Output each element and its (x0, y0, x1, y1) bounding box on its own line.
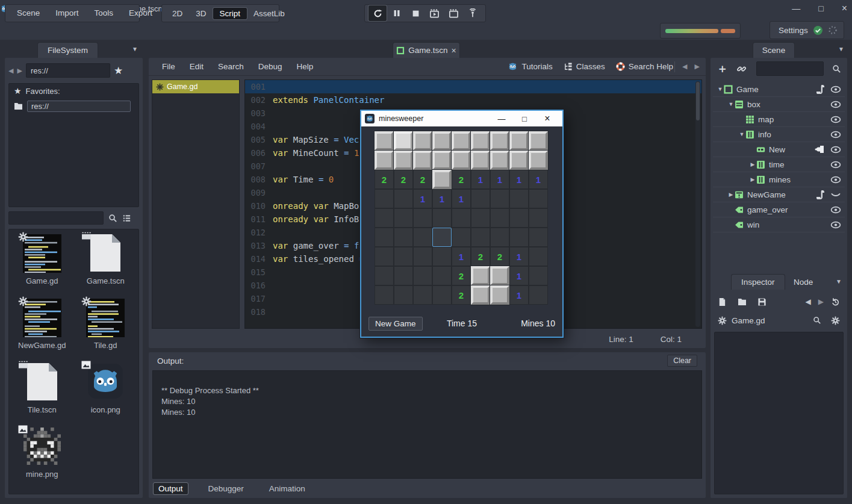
visibility-eye-icon[interactable] (830, 161, 841, 169)
context-tab-2d[interactable]: 2D (166, 8, 189, 19)
board-cell-r7c6[interactable] (490, 266, 509, 285)
inspector-menu-icon[interactable]: ▼ (836, 278, 842, 285)
board-cell-r0c5[interactable] (471, 131, 490, 151)
script-menu-file[interactable]: File (155, 62, 182, 71)
tab-node[interactable]: Node (784, 274, 822, 290)
context-tab-script[interactable]: Script (213, 8, 247, 19)
board-cell-r7c0[interactable] (375, 266, 394, 285)
save-resource-icon[interactable] (757, 297, 766, 306)
board-cell-r5c8[interactable] (529, 228, 548, 247)
scene-node-map[interactable]: map (713, 112, 845, 127)
replay-button[interactable] (368, 5, 387, 21)
script-menu-debug[interactable]: Debug (251, 62, 290, 71)
board-cell-r4c6[interactable] (490, 208, 509, 228)
stop-button[interactable] (406, 5, 424, 21)
menu-tools[interactable]: Tools (87, 5, 122, 22)
expand-down-icon[interactable]: ▼ (717, 86, 724, 92)
fs-forward-icon[interactable]: ▶ (17, 67, 22, 75)
board-cell-r1c5[interactable] (471, 151, 490, 170)
board-cell-r2c5[interactable]: 1 (471, 170, 490, 189)
expand-down-icon[interactable]: ▼ (727, 101, 735, 107)
file-game-tscn[interactable]: Game.tscn (74, 234, 138, 285)
board-cell-r1c2[interactable] (413, 151, 432, 170)
board-cell-r6c0[interactable] (375, 247, 394, 266)
board-cell-r1c7[interactable] (509, 151, 529, 170)
board-cell-r5c6[interactable] (490, 228, 509, 247)
tab-filesystem[interactable]: FileSystem (37, 42, 98, 58)
board-cell-r2c1[interactable]: 2 (394, 170, 413, 189)
instance-scene-icon[interactable] (736, 64, 747, 74)
board-cell-r8c8[interactable] (529, 285, 548, 305)
scene-node-game[interactable]: ▼Game (713, 82, 845, 97)
remote-deploy-button[interactable] (464, 5, 482, 21)
script-back-icon[interactable]: ◀ (682, 63, 687, 70)
file-tile-gd[interactable]: Tile.gd (74, 299, 138, 350)
board-cell-r3c2[interactable]: 1 (413, 189, 432, 208)
history-forward-icon[interactable]: ▶ (818, 297, 824, 306)
scene-filter-input[interactable] (756, 61, 824, 76)
board-cell-r7c4[interactable]: 2 (452, 266, 471, 285)
board-cell-r0c6[interactable] (490, 131, 509, 151)
board-cell-r6c2[interactable] (413, 247, 432, 266)
board-cell-r7c3[interactable] (432, 266, 452, 285)
board-cell-r5c0[interactable] (375, 228, 394, 247)
board-cell-r1c6[interactable] (490, 151, 509, 170)
board-cell-r3c3[interactable]: 1 (432, 189, 452, 208)
board-cell-r2c4[interactable]: 2 (452, 170, 471, 189)
visibility-eye-icon[interactable] (830, 221, 841, 229)
expand-right-icon[interactable]: ▶ (749, 176, 756, 182)
favorite-star-icon[interactable]: ★ (114, 64, 123, 77)
board-cell-r8c5[interactable] (471, 285, 490, 305)
visibility-eye-icon[interactable] (830, 146, 841, 154)
context-tab-3d[interactable]: 3D (189, 8, 213, 19)
tab-close-icon[interactable]: × (452, 46, 456, 55)
bottom-tab-animation[interactable]: Animation (264, 483, 310, 494)
file-newgame-gd[interactable]: NewGame.gd (10, 299, 74, 350)
game-titlebar[interactable]: minesweeper — □ × (361, 111, 562, 126)
game-minimize-button[interactable]: — (490, 111, 513, 126)
board-cell-r0c2[interactable] (413, 131, 432, 151)
board-cell-r4c3[interactable] (432, 208, 452, 228)
script-badge-icon[interactable] (816, 190, 824, 199)
scene-node-box[interactable]: ▼box (713, 97, 845, 112)
board-cell-r8c7[interactable]: 1 (509, 285, 529, 305)
board-cell-r8c4[interactable]: 2 (452, 285, 471, 305)
board-cell-r0c3[interactable] (432, 131, 452, 151)
board-cell-r2c8[interactable]: 1 (529, 170, 548, 189)
visibility-eye-icon[interactable] (830, 101, 841, 108)
board-cell-r4c7[interactable] (509, 208, 529, 228)
file-tile-tscn[interactable]: Tile.tscn (10, 363, 74, 414)
pause-button[interactable] (388, 5, 406, 21)
board-cell-r6c7[interactable]: 1 (509, 247, 529, 266)
menu-import[interactable]: Import (48, 5, 86, 22)
board-cell-r6c5[interactable]: 2 (471, 247, 490, 266)
script-list-item[interactable]: Game.gd (152, 80, 239, 93)
board-cell-r1c0[interactable] (375, 151, 394, 170)
history-icon[interactable] (831, 297, 840, 306)
script-menu-help[interactable]: Help (290, 62, 321, 71)
favorite-res-row[interactable]: res:// (9, 98, 138, 114)
file-game-gd[interactable]: Game.gd (10, 234, 74, 285)
context-tab-assetlib[interactable]: AssetLib (247, 8, 291, 19)
board-cell-r0c0[interactable] (375, 131, 394, 151)
fs-back-icon[interactable]: ◀ (8, 67, 13, 75)
menu-export[interactable]: Export (121, 5, 160, 22)
visibility-eye-icon[interactable] (830, 86, 841, 93)
board-cell-r1c4[interactable] (452, 151, 471, 170)
visibility-eye-icon[interactable] (830, 176, 841, 184)
visibility-eye-icon[interactable] (830, 116, 841, 123)
board-cell-r2c3[interactable] (432, 170, 452, 189)
history-back-icon[interactable]: ◀ (806, 297, 811, 306)
fs-path-input[interactable]: res:// (26, 63, 110, 78)
board-cell-r0c1[interactable] (394, 131, 413, 151)
board-cell-r3c6[interactable] (490, 189, 509, 208)
script-badge-icon[interactable] (816, 85, 824, 94)
script-menu-edit[interactable]: Edit (182, 62, 211, 71)
play-scene-button[interactable] (426, 5, 444, 21)
help-search-help[interactable]: Search Help (616, 62, 673, 71)
help-tutorials[interactable]: Tutorials (508, 61, 552, 72)
left-dock-menu-icon[interactable]: ▼ (132, 46, 138, 52)
board-cell-r4c8[interactable] (529, 208, 548, 228)
board-cell-r7c8[interactable] (529, 266, 548, 285)
board-cell-r2c6[interactable]: 1 (490, 170, 509, 189)
